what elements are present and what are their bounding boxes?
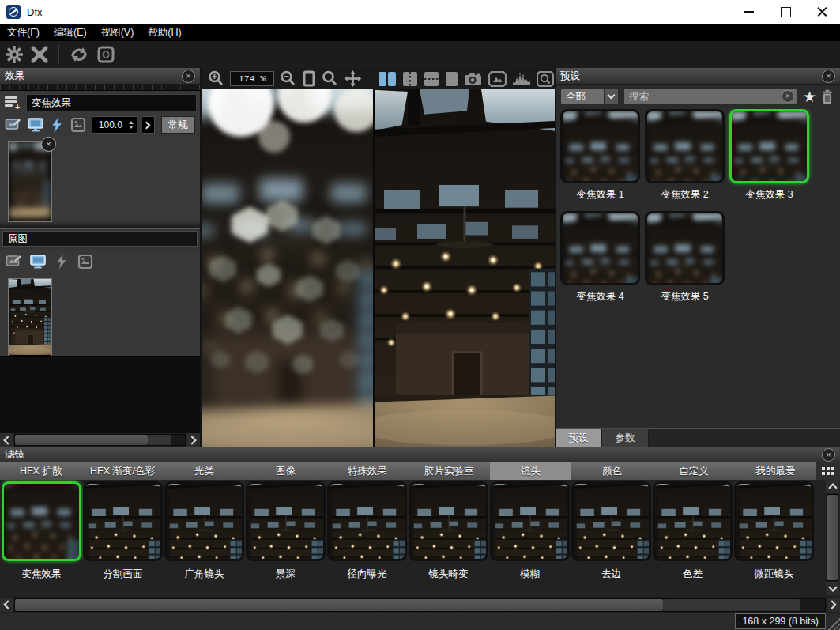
filter-thumbnail[interactable] [2, 481, 81, 561]
filter-category-tab[interactable]: 特殊效果 [326, 462, 408, 480]
scrollbar-track[interactable] [14, 434, 186, 446]
scrollbar-thumb[interactable] [15, 599, 663, 611]
scroll-down-button[interactable] [826, 582, 839, 595]
filter-item[interactable]: 模糊 [490, 480, 570, 595]
pan-tool-button[interactable] [344, 70, 362, 87]
menu-item[interactable]: 帮助(H) [141, 25, 188, 41]
image-preview[interactable] [202, 89, 555, 447]
effect-layer-name-field[interactable] [26, 94, 197, 111]
filter-thumbnail[interactable] [327, 481, 407, 561]
split-line-vertical-button[interactable] [402, 71, 418, 87]
presets-panel-close-icon[interactable]: × [822, 70, 835, 83]
filter-item[interactable]: 色差 [653, 480, 733, 595]
add-layer-icon[interactable]: + [3, 95, 22, 111]
maximize-button[interactable] [767, 0, 804, 24]
preview-effect-side[interactable] [202, 89, 375, 447]
menu-item[interactable]: 文件(F) [0, 25, 47, 41]
filters-horizontal-scrollbar[interactable] [0, 597, 840, 613]
preset-thumbnail[interactable] [645, 109, 725, 183]
preset-item[interactable]: 变焦效果 3 [729, 109, 809, 208]
filter-item[interactable]: 变焦效果 [2, 480, 81, 595]
zoom-tool-button[interactable] [322, 70, 338, 87]
preset-thumbnail[interactable] [560, 109, 640, 183]
filter-category-tab[interactable]: 镜头 [490, 462, 571, 480]
menu-item[interactable]: 视图(V) [94, 25, 141, 41]
close-button[interactable] [804, 0, 840, 24]
filter-item[interactable]: 镜头畸变 [409, 480, 488, 595]
delete-layer-icon[interactable]: × [41, 137, 56, 152]
filter-category-tab[interactable]: 自定义 [653, 462, 734, 480]
preset-category-dropdown[interactable]: 全部 [560, 88, 619, 105]
filter-thumbnail[interactable] [734, 481, 814, 561]
filter-item[interactable]: 去边 [571, 480, 651, 595]
favorite-star-icon[interactable]: ★ [803, 89, 816, 104]
filter-item[interactable]: 景深 [246, 480, 326, 595]
preset-thumbnail[interactable] [645, 211, 725, 285]
source-monitor-button[interactable] [28, 253, 47, 270]
effects-panel-header[interactable]: 效果 × [0, 68, 200, 85]
filter-category-tab[interactable]: 图像 [245, 462, 326, 480]
source-frame-button[interactable] [76, 253, 95, 270]
zoom-out-button[interactable] [280, 70, 296, 87]
grid-view-icon[interactable] [816, 462, 840, 480]
filter-thumbnail[interactable] [164, 481, 244, 561]
histogram-button[interactable] [512, 71, 531, 87]
preview-monitor-button[interactable] [27, 116, 44, 134]
preset-search-box[interactable]: × [623, 88, 798, 105]
filters-panel-header[interactable]: 滤镜 × [0, 447, 840, 463]
filter-item[interactable]: 分割画面 [83, 480, 163, 595]
refresh-button[interactable] [69, 45, 89, 64]
scrollbar-track[interactable] [827, 494, 838, 581]
effects-horizontal-scrollbar[interactable] [0, 433, 200, 447]
scrollbar-thumb[interactable] [827, 495, 838, 580]
filter-item[interactable]: 径向曝光 [327, 480, 407, 595]
resize-grip[interactable] [827, 617, 840, 630]
search-input[interactable] [624, 91, 782, 102]
presets-panel-header[interactable]: 预设 × [556, 68, 840, 85]
region-select-button[interactable] [96, 45, 116, 64]
preset-thumbnail[interactable] [560, 211, 640, 285]
preset-item[interactable]: 变焦效果 2 [645, 109, 725, 208]
effects-panel-close-icon[interactable]: × [182, 70, 195, 83]
clear-search-icon[interactable]: × [782, 90, 794, 103]
zoom-level-display[interactable]: 174 % [230, 71, 274, 86]
filter-thumbnail[interactable] [246, 481, 326, 561]
preset-item[interactable]: 变焦效果 5 [645, 211, 725, 310]
filter-item[interactable]: 广角镜头 [164, 480, 244, 595]
opacity-spinner[interactable]: 100.0 [92, 116, 137, 134]
tab-parameters[interactable]: 参数 [602, 429, 649, 447]
filter-category-tab[interactable]: 胶片实验室 [408, 462, 489, 480]
scroll-right-button[interactable] [186, 433, 200, 447]
tab-presets[interactable]: 预设 [556, 429, 602, 447]
source-render-button[interactable] [52, 253, 71, 270]
menu-item[interactable]: 编辑(E) [47, 25, 94, 41]
filter-thumbnail[interactable] [83, 481, 163, 561]
preset-item[interactable]: 变焦效果 1 [560, 109, 640, 208]
filters-vertical-scrollbar[interactable] [826, 480, 839, 595]
edit-effect-button[interactable] [5, 116, 22, 134]
filter-category-tab[interactable]: 颜色 [571, 462, 653, 480]
blend-mode-select[interactable]: 常规 [161, 116, 195, 134]
single-view-button[interactable] [445, 71, 458, 87]
scroll-left-button[interactable] [0, 433, 13, 447]
effect-layer-thumbnail[interactable] [8, 141, 52, 222]
filter-category-tab[interactable]: HFX 渐变/色彩 [81, 462, 163, 480]
source-thumbnail[interactable] [8, 278, 52, 359]
title-bar[interactable]: Dfx [0, 0, 840, 25]
compare-image-button[interactable] [488, 71, 507, 87]
delete-effect-button[interactable] [30, 45, 49, 64]
split-view-button[interactable] [378, 71, 397, 87]
expand-parameter-button[interactable] [142, 116, 155, 134]
render-effect-button[interactable] [49, 116, 65, 134]
filter-thumbnail[interactable] [490, 481, 570, 561]
filter-thumbnail[interactable] [653, 481, 733, 561]
delete-preset-button[interactable] [821, 89, 834, 104]
scroll-right-button[interactable] [827, 598, 840, 612]
filter-item[interactable]: 微距镜头 [734, 480, 814, 595]
opacity-stepper[interactable] [126, 121, 137, 129]
split-line-horizontal-button[interactable] [424, 71, 439, 87]
filter-category-tab[interactable]: 我的最爱 [735, 462, 816, 480]
filter-category-tab[interactable]: 光类 [164, 462, 245, 480]
zoom-in-button[interactable] [208, 70, 224, 87]
region-frame-button[interactable] [70, 116, 87, 134]
